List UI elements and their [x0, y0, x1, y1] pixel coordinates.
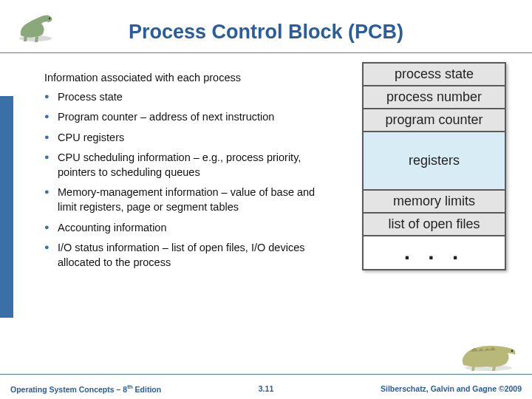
footer-copyright: Silberschatz, Galvin and Gagne ©2009: [381, 384, 522, 393]
bullet-list: Process state Program counter – address …: [44, 90, 325, 270]
list-item: Process state: [44, 90, 325, 105]
pcb-row-registers: registers: [364, 132, 505, 191]
pcb-row-pc: program counter: [364, 109, 505, 132]
list-item: Accounting information: [44, 221, 325, 236]
body-text: Information associated with each process…: [44, 71, 325, 276]
pcb-row-memory: memory limits: [364, 191, 505, 214]
svg-point-1: [49, 18, 50, 19]
dinosaur-icon: [13, 7, 58, 44]
pcb-row-number: process number: [364, 86, 505, 109]
list-item: I/O status information – list of open fi…: [44, 241, 325, 270]
list-item: CPU registers: [44, 131, 325, 146]
list-item: CPU scheduling information – e.g., proce…: [44, 151, 325, 180]
pcb-diagram: process state process number program cou…: [362, 62, 506, 270]
intro-text: Information associated with each process: [44, 71, 325, 86]
svg-point-3: [511, 350, 514, 352]
slide-footer: Operating System Concepts – 8th Edition …: [0, 374, 532, 399]
slide-title: Process Control Block (PCB): [0, 0, 532, 44]
pcb-row-state: process state: [364, 64, 505, 86]
pcb-row-files: list of open files: [364, 214, 505, 236]
pcb-row-ellipsis: . . .: [364, 236, 505, 269]
dinosaur-footer-icon: [457, 335, 520, 372]
list-item: Program counter – address of next instru…: [44, 110, 325, 125]
slide-header: Process Control Block (PCB): [0, 0, 532, 53]
list-item: Memory-management information – value of…: [44, 185, 325, 214]
left-accent-bar: [0, 96, 13, 318]
